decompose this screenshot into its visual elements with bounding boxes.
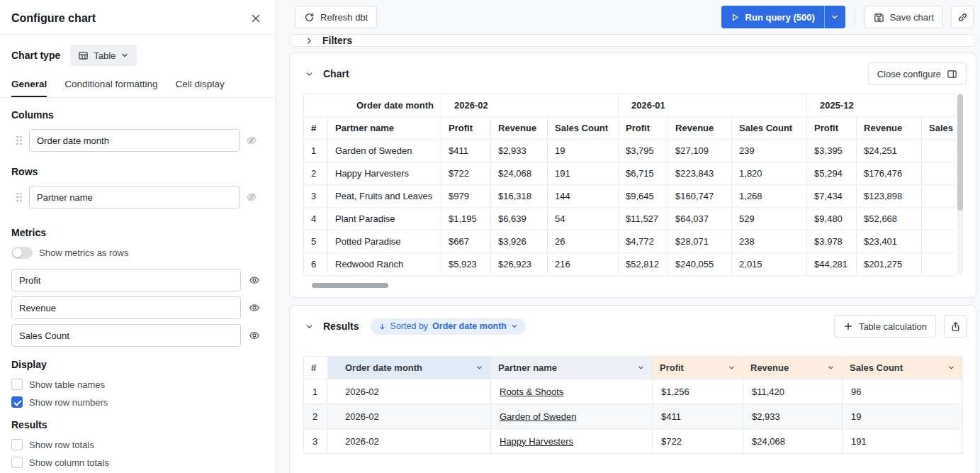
tab-general[interactable]: General: [11, 72, 47, 97]
value-cell: $3,395: [807, 140, 857, 162]
metric-input-profit[interactable]: [11, 269, 241, 291]
pivot-metric-header: Sales Count: [732, 117, 807, 140]
run-query-options-button[interactable]: [824, 6, 845, 28]
show-table-names-option[interactable]: Show table names: [11, 379, 264, 390]
value-cell: $176,476: [857, 162, 922, 185]
horizontal-scrollbar[interactable]: [303, 283, 956, 289]
value-cell: $240,055: [668, 253, 732, 276]
results-header-sales-count[interactable]: Sales Count: [843, 357, 963, 379]
value-cell: $1,195: [441, 208, 491, 230]
chart-type-dropdown[interactable]: Table: [70, 45, 137, 66]
results-header-profit[interactable]: Profit: [653, 357, 743, 379]
plus-icon: [843, 321, 853, 331]
value-cell: $667: [441, 230, 491, 253]
table-icon: [78, 50, 89, 61]
columns-label: Columns: [11, 109, 264, 121]
value-cell: $6,639: [491, 208, 548, 230]
partner-name-link[interactable]: Happy Harvesters: [500, 436, 573, 447]
drag-handle-icon[interactable]: [16, 192, 23, 202]
revenue-cell: $24,068: [743, 429, 843, 454]
checkbox[interactable]: [11, 439, 23, 450]
metric-input-revenue[interactable]: [11, 296, 241, 319]
value-cell: $6,715: [619, 162, 668, 185]
row-number-cell: 3: [304, 185, 328, 208]
value-cell: $223,843: [668, 162, 732, 185]
filters-section[interactable]: Filters: [289, 34, 976, 47]
partner-name-cell: Happy Harvesters: [328, 162, 441, 185]
checkbox[interactable]: [11, 379, 23, 390]
sorted-by-badge[interactable]: Sorted by Order date month: [371, 318, 526, 335]
metric-input-sales-count[interactable]: [11, 324, 241, 347]
pivot-metric-header: Revenue: [668, 117, 732, 140]
display-label: Display: [11, 359, 264, 370]
pivot-row: 2Happy Harvesters$722$24,068191$6,715$22…: [304, 162, 957, 185]
row-number-cell: 6: [304, 253, 328, 276]
pivot-metric-header: Profit: [619, 117, 668, 140]
header-label: Sales Count: [850, 362, 903, 373]
rows-label: Rows: [11, 166, 264, 177]
sales-count-cell: 96: [843, 379, 963, 404]
value-cell: $2,933: [491, 140, 548, 162]
value-cell: $52,668: [857, 208, 922, 230]
vertical-scrollbar[interactable]: [957, 94, 963, 275]
table-calculation-button[interactable]: Table calculation: [834, 315, 936, 338]
refresh-dbt-button[interactable]: Refresh dbt: [295, 6, 377, 28]
pivot-row: 4Plant Paradise$1,195$6,63954$11,527$64,…: [304, 208, 957, 230]
partner-name-cell: Roots & Shoots: [491, 379, 653, 404]
results-row: 22026-02Garden of Sweden$411$2,93319: [304, 404, 963, 429]
vertical-scrollbar-thumb[interactable]: [957, 94, 963, 211]
results-header-order-date-month[interactable]: Order date month: [328, 357, 491, 379]
partner-name-link[interactable]: Garden of Sweden: [500, 411, 576, 422]
pivot-metric-header: Profit: [807, 117, 857, 140]
pivot-metric-header: Profit: [441, 117, 491, 140]
results-header-revenue[interactable]: Revenue: [743, 357, 843, 379]
chart-collapse-toggle[interactable]: Chart: [305, 68, 349, 79]
partner-name-link[interactable]: Roots & Shoots: [500, 386, 563, 397]
pivot-metric-header: Revenue: [857, 117, 922, 140]
tab-cell-display[interactable]: Cell display: [176, 72, 225, 97]
row-number-cell: 2: [304, 404, 328, 429]
metrics-as-rows-label: Show metrics as rows: [39, 247, 128, 258]
results-collapse-toggle[interactable]: Results: [305, 321, 359, 332]
chevron-down-icon: [947, 364, 955, 372]
results-header-partner-name[interactable]: Partner name: [491, 357, 653, 379]
checkbox[interactable]: [11, 457, 23, 468]
drag-handle-icon[interactable]: [16, 135, 23, 145]
results-header-num[interactable]: #: [304, 357, 328, 379]
copy-link-button[interactable]: [951, 6, 974, 28]
partner-name-cell: Plant Paradise: [328, 208, 441, 230]
eye-icon[interactable]: [249, 330, 260, 341]
main-area: Refresh dbt Run query (500) Save chart: [276, 0, 980, 473]
run-query-button[interactable]: Run query (500): [721, 6, 824, 28]
pivot-num-header: #: [304, 117, 328, 140]
value-cell: $7,434: [807, 185, 857, 208]
checkbox-label: Show row totals: [29, 440, 94, 450]
rows-field-input[interactable]: [29, 186, 240, 208]
tab-conditional-formatting[interactable]: Conditional formatting: [64, 72, 157, 97]
checkbox[interactable]: [11, 396, 23, 408]
export-results-button[interactable]: [944, 315, 967, 338]
value-cell: [922, 185, 956, 208]
show-column-totals-option[interactable]: Show column totals: [11, 457, 264, 468]
eye-icon[interactable]: [249, 274, 260, 286]
value-cell: $52,812: [619, 253, 668, 276]
columns-field-input[interactable]: [29, 129, 240, 152]
show-row-numbers-option[interactable]: Show row numbers: [11, 396, 264, 408]
results-row: 12026-02Roots & Shoots$1,256$11,42096: [304, 379, 963, 404]
show-row-totals-option[interactable]: Show row totals: [11, 439, 264, 450]
close-configure-button[interactable]: Close configure: [868, 62, 967, 85]
metrics-as-rows-toggle[interactable]: [11, 247, 33, 259]
close-panel-button[interactable]: [247, 10, 264, 27]
horizontal-scrollbar-thumb[interactable]: [312, 283, 388, 288]
value-cell: 1,820: [732, 162, 807, 185]
save-chart-button[interactable]: Save chart: [864, 6, 943, 28]
checkbox-label: Show table names: [29, 379, 105, 390]
eye-off-icon[interactable]: [246, 191, 257, 203]
eye-icon[interactable]: [249, 302, 260, 313]
pivot-metric-header-row: # Partner name Profit Revenue Sales Coun…: [304, 117, 957, 140]
panel-tabs: General Conditional formatting Cell disp…: [0, 72, 276, 98]
eye-off-icon[interactable]: [246, 135, 257, 146]
value-cell: 26: [548, 230, 619, 253]
partner-name-cell: Garden of Sweden: [491, 404, 653, 429]
sales-count-cell: 19: [843, 404, 963, 429]
